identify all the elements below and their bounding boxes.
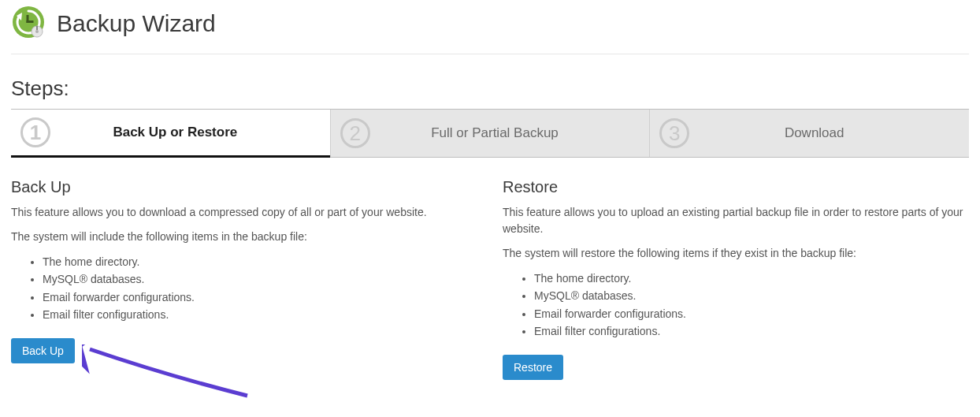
svg-rect-2 — [27, 20, 34, 23]
list-item: Email forwarder configurations. — [43, 289, 477, 306]
list-item: The home directory. — [534, 270, 969, 287]
tab-full-or-partial[interactable]: 2 Full or Partial Backup — [330, 110, 650, 157]
divider — [11, 54, 969, 54]
list-item: MySQL® databases. — [534, 287, 969, 304]
page-header: Backup Wizard — [11, 0, 969, 54]
backup-wizard-icon — [11, 5, 46, 43]
list-item: Email filter configurations. — [534, 322, 969, 340]
step-number-3: 3 — [659, 118, 689, 148]
list-item: The home directory. — [43, 253, 477, 270]
restore-description-2: The system will restore the following it… — [503, 245, 969, 262]
backup-section: Back Up This feature allows you to downl… — [11, 178, 477, 380]
restore-items-list: The home directory. MySQL® databases. Em… — [503, 270, 969, 341]
tab-label: Back Up or Restore — [60, 125, 321, 140]
step-tabs: 1 Back Up or Restore 2 Full or Partial B… — [11, 109, 969, 158]
svg-rect-5 — [36, 26, 38, 30]
restore-title: Restore — [503, 178, 969, 196]
step-number-1: 1 — [20, 117, 50, 147]
page-title: Backup Wizard — [57, 10, 216, 37]
svg-point-4 — [35, 30, 39, 33]
backup-description-1: This feature allows you to download a co… — [11, 204, 477, 221]
tab-download[interactable]: 3 Download — [649, 110, 969, 157]
tab-label: Download — [699, 125, 960, 141]
steps-heading: Steps: — [11, 76, 969, 101]
list-item: Email forwarder configurations. — [534, 305, 969, 322]
restore-description-1: This feature allows you to upload an exi… — [503, 204, 969, 237]
tab-backup-or-restore[interactable]: 1 Back Up or Restore — [11, 110, 330, 158]
backup-button[interactable]: Back Up — [11, 338, 75, 363]
tab-label: Full or Partial Backup — [380, 125, 640, 141]
step-number-2: 2 — [340, 118, 370, 148]
list-item: MySQL® databases. — [43, 270, 477, 288]
backup-title: Back Up — [11, 178, 477, 196]
backup-description-2: The system will include the following it… — [11, 229, 477, 245]
restore-button[interactable]: Restore — [503, 355, 563, 380]
restore-section: Restore This feature allows you to uploa… — [503, 178, 969, 380]
backup-items-list: The home directory. MySQL® databases. Em… — [11, 253, 477, 324]
list-item: Email filter configurations. — [43, 306, 477, 323]
